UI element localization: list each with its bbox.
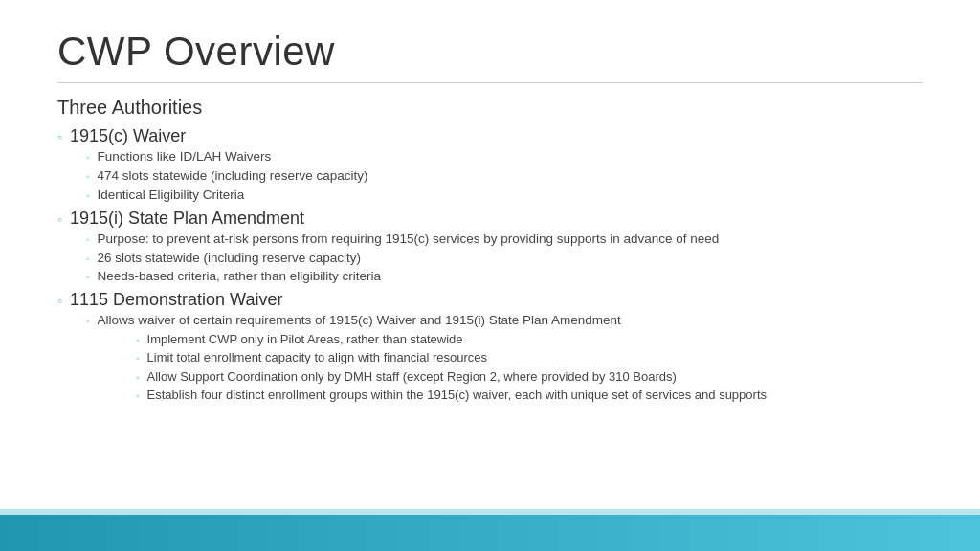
- sub-list: ◦ Purpose: to prevent at-risk persons fr…: [57, 231, 923, 287]
- bullet-icon: ◦: [86, 151, 90, 165]
- list-item: ◦ Identical Eligibility Criteria: [86, 187, 923, 205]
- list-item: ◦ 1915(i) State Plan Amendment ◦ Purpose…: [57, 209, 923, 287]
- bullet-icon: ◦: [86, 170, 90, 184]
- bottom-bar: [0, 515, 980, 551]
- bullet-icon: ◦: [86, 315, 90, 328]
- bullet-item-level1: ◦ 1915(c) Waiver: [57, 126, 923, 146]
- list-item: ◦ Allow Support Coordination only by DMH…: [136, 368, 923, 386]
- bullet-text: Identical Eligibility Criteria: [98, 187, 245, 205]
- sub-sub-list: ◦ Implement CWP only in Pilot Areas, rat…: [86, 331, 923, 404]
- bullet-icon: ◦: [86, 271, 90, 284]
- list-item: ◦ Implement CWP only in Pilot Areas, rat…: [136, 331, 923, 348]
- list-item: ◦ 1115 Demonstration Waiver ◦ Allows wai…: [57, 290, 923, 404]
- sub-list: ◦ Allows waiver of certain requirements …: [57, 312, 923, 404]
- main-bullet-list: ◦ 1915(c) Waiver ◦ Functions like ID/LAH…: [57, 126, 923, 404]
- bullet-text: Needs-based criteria, rather than eligib…: [98, 268, 381, 286]
- bullet-icon: ◦: [136, 389, 140, 403]
- list-item: ◦ Needs-based criteria, rather than elig…: [86, 268, 923, 286]
- bullet-text: Functions like ID/LAH Waivers: [98, 148, 272, 166]
- list-item: ◦ Purpose: to prevent at-risk persons fr…: [86, 231, 923, 249]
- bullet-icon: ◦: [136, 371, 140, 385]
- bullet-item-level1: ◦ 1915(i) State Plan Amendment: [57, 209, 923, 229]
- bullet-icon: ◦: [57, 211, 62, 227]
- bullet-icon: ◦: [136, 334, 140, 347]
- bullet-icon: ◦: [86, 253, 90, 266]
- bullet-text: 1115 Demonstration Waiver: [70, 290, 282, 310]
- slide-title: CWP Overview: [57, 29, 923, 75]
- content-area: CWP Overview Three Authorities ◦ 1915(c)…: [0, 0, 980, 427]
- bullet-text: Allows waiver of certain requirements of…: [98, 312, 621, 330]
- section-heading: Three Authorities: [57, 97, 923, 119]
- bullet-icon: ◦: [57, 293, 62, 308]
- bullet-text: Allow Support Coordination only by DMH s…: [147, 368, 677, 386]
- list-item: ◦ Functions like ID/LAH Waivers: [86, 148, 923, 166]
- list-item: ◦ 474 slots statewide (including reserve…: [86, 167, 923, 186]
- bullet-icon: ◦: [136, 352, 140, 365]
- list-item: ◦ Allows waiver of certain requirements …: [86, 312, 923, 330]
- bullet-text: Limit total enrollment capacity to align…: [147, 349, 488, 366]
- bullet-text: Purpose: to prevent at-risk persons from…: [98, 231, 720, 249]
- list-item: ◦ 26 slots statewide (including reserve …: [86, 250, 923, 268]
- bullet-text: Establish four distinct enrollment group…: [147, 386, 767, 404]
- list-item: ◦ Limit total enrollment capacity to ali…: [136, 349, 923, 366]
- list-item: ◦ 1915(c) Waiver ◦ Functions like ID/LAH…: [57, 126, 923, 205]
- bullet-text: 1915(c) Waiver: [70, 126, 186, 146]
- bullet-text: 474 slots statewide (including reserve c…: [98, 167, 368, 186]
- slide-container: CWP Overview Three Authorities ◦ 1915(c)…: [0, 0, 980, 551]
- bullet-text: 1915(i) State Plan Amendment: [70, 209, 304, 229]
- bullet-text: 26 slots statewide (including reserve ca…: [98, 250, 361, 268]
- bullet-icon: ◦: [86, 233, 90, 247]
- bullet-icon: ◦: [57, 129, 62, 144]
- bullet-icon: ◦: [86, 189, 90, 203]
- bullet-item-level1: ◦ 1115 Demonstration Waiver: [57, 290, 923, 310]
- title-divider: [57, 82, 923, 83]
- sub-list: ◦ Functions like ID/LAH Waivers ◦ 474 sl…: [57, 148, 923, 205]
- list-item: ◦ Establish four distinct enrollment gro…: [136, 386, 923, 404]
- bullet-text: Implement CWP only in Pilot Areas, rathe…: [147, 331, 463, 348]
